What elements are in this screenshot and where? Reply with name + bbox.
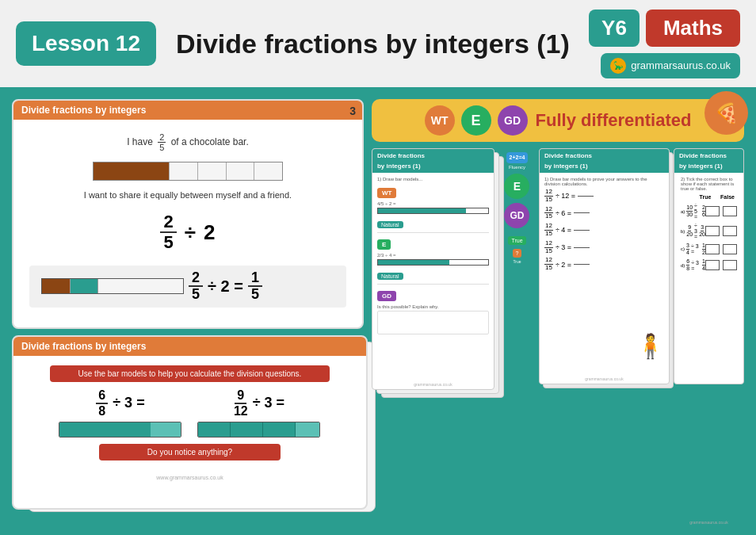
ws-left-body: 1) Draw bar models... WT 4/5 ÷ 2 = Natur… bbox=[372, 173, 494, 340]
ex2-den: 12 bbox=[234, 404, 248, 418]
header-right: Y6 Maths 🦕 grammarsaurus.co.uk bbox=[589, 10, 740, 78]
bar-e4 bbox=[254, 162, 282, 180]
side-badges: 2+2=4 Fluency E GD True bbox=[499, 148, 535, 527]
ws-badge-gd: GD bbox=[377, 291, 396, 301]
ws-left-header2: by integers (1) bbox=[372, 162, 494, 173]
badge-fluency: 2+2=4 Fluency bbox=[499, 152, 535, 170]
student-figure: 🧍 bbox=[636, 332, 665, 360]
ws-eq3: 12 15 ÷ 4 = bbox=[544, 223, 664, 238]
ws-tf-header: Divide fractions bbox=[674, 149, 743, 162]
bar-filled bbox=[94, 162, 169, 180]
tf-row-2: b) 9 20 ÷ 3 = 3 20 bbox=[681, 223, 737, 239]
choc-text: I have 25 of a chocolate bar. bbox=[127, 132, 249, 152]
instruction-box: Use the bar models to help you calculate… bbox=[50, 365, 330, 382]
badge-e-side: E bbox=[499, 174, 535, 199]
frac1-num: 2 bbox=[158, 132, 166, 143]
bar-e2 bbox=[197, 162, 226, 180]
website-badge: 🦕 grammarsaurus.co.uk bbox=[601, 53, 740, 78]
ws-tf-instruction: 2) Tick the correct box to show if each … bbox=[681, 177, 737, 191]
slide-footer: www.grammarsaurus.co.uk bbox=[13, 473, 366, 482]
ws-badge-wt: WT bbox=[377, 188, 396, 198]
exercise-1: 6 8 ÷ 3 = bbox=[59, 388, 181, 438]
bar-model-top bbox=[93, 162, 283, 181]
ex1-div: ÷ 3 = bbox=[113, 395, 144, 411]
fully-diff-text: Fully differentiated bbox=[536, 110, 692, 131]
ws-eq1: 12 15 ÷ 12 = bbox=[544, 189, 664, 204]
ws-eq5: 12 15 ÷ 2 = bbox=[544, 257, 664, 272]
slide-top-number: 3 bbox=[349, 105, 356, 117]
bar-exercises: 6 8 ÷ 3 = bbox=[25, 388, 354, 438]
badge-wt: WT bbox=[425, 105, 455, 136]
bar-e3 bbox=[226, 162, 254, 180]
tf-ws-wrapper: Divide fractions by integers (1) 2) Tick… bbox=[674, 148, 744, 527]
exercise-2: 9 12 ÷ 3 = bbox=[197, 388, 320, 438]
year-maths-row: Y6 Maths bbox=[589, 10, 740, 47]
bar-e1 bbox=[169, 162, 197, 180]
badge-true: True bbox=[499, 236, 535, 245]
badge-gd-side: GD bbox=[499, 203, 535, 228]
main-content: Divide fractions by integers 3 I have 25… bbox=[0, 87, 756, 535]
slide-bottom: Divide fractions by integers Use the bar… bbox=[12, 335, 368, 510]
middle-ws: Divide fractions by integers (1) 1) Draw… bbox=[539, 148, 670, 527]
badge-gd: GD bbox=[498, 105, 528, 136]
ws-middle-main: Divide fractions by integers (1) 1) Draw… bbox=[539, 148, 670, 384]
eq-frac: 2 5 bbox=[160, 212, 176, 252]
right-panel: WT E GD Fully differentiated 🍕 Divide fr… bbox=[372, 99, 744, 527]
ex1-den: 8 bbox=[98, 404, 105, 418]
worksheets-row: Divide fractions by integers (1) 1) Draw… bbox=[372, 148, 744, 527]
tf-header-row: True False bbox=[681, 194, 737, 200]
ws-middle-footer: grammarsaurus.co.uk bbox=[540, 376, 669, 381]
fully-differentiated-banner: WT E GD Fully differentiated 🍕 bbox=[372, 99, 744, 142]
page-title: Divide fractions by integers (1) bbox=[176, 29, 589, 59]
ex2-div: ÷ 3 = bbox=[253, 395, 284, 411]
ws-true-false: Divide fractions by integers (1) 2) Tick… bbox=[674, 148, 744, 384]
slide-bottom-header: Divide fractions by integers bbox=[13, 337, 366, 356]
ws-badge-e: E bbox=[377, 239, 391, 250]
tf-row-4: d) 6 8 ÷ 3 = 1 4 bbox=[681, 258, 737, 271]
ex2-bar bbox=[197, 422, 320, 438]
slide-top-header: Divide fractions by integers bbox=[13, 101, 362, 120]
ex1-num: 6 bbox=[96, 388, 108, 404]
badge-false-q: ? True bbox=[499, 249, 535, 264]
notice-box: Do you notice anything? bbox=[99, 444, 280, 460]
ws-left-stack: Divide fractions by integers (1) 1) Draw… bbox=[372, 148, 494, 527]
header: Lesson 12 Divide fractions by integers (… bbox=[0, 0, 756, 87]
slide-bottom-content: Use the bar models to help you calculate… bbox=[13, 356, 366, 473]
middle-section: 2+2=4 Fluency E GD True bbox=[499, 148, 744, 527]
lesson-badge: Lesson 12 bbox=[16, 21, 156, 66]
ws-tf-body: 2) Tick the correct box to show if each … bbox=[674, 173, 743, 279]
share-text: I want to share it equally between mysel… bbox=[84, 190, 292, 200]
ws-eq4: 12 15 ÷ 3 = bbox=[544, 240, 664, 255]
badge-row: WT E GD bbox=[425, 105, 528, 136]
ws-middle-body: 1) Draw bar models to prove your answers… bbox=[540, 173, 669, 278]
ex1-bar bbox=[59, 422, 181, 438]
pizza-decoration: 🍕 bbox=[704, 91, 748, 135]
ws-badge-natural2: Natural bbox=[377, 273, 403, 280]
grammar-icon: 🦕 bbox=[610, 58, 626, 74]
equation-display: 2 5 ÷ 2 bbox=[160, 212, 215, 252]
website-text: grammarsaurus.co.uk bbox=[631, 59, 731, 71]
tf-row-1: a) 10 30 ÷ 5 = 2 6 bbox=[681, 203, 737, 220]
ws-main-left: Divide fractions by integers (1) 1) Draw… bbox=[372, 148, 494, 390]
ws-left-header: Divide fractions bbox=[372, 149, 494, 162]
left-panel: Divide fractions by integers 3 I have 25… bbox=[12, 99, 364, 527]
frac1-den: 5 bbox=[159, 143, 164, 152]
slide-top: Divide fractions by integers 3 I have 25… bbox=[12, 99, 364, 329]
subject-badge: Maths bbox=[646, 10, 740, 47]
year-badge: Y6 bbox=[589, 10, 640, 47]
slide-top-content: I have 25 of a chocolate bar. I want to … bbox=[13, 120, 362, 317]
result-bar bbox=[41, 278, 184, 294]
ex2-num: 9 bbox=[235, 388, 246, 404]
ws-eq2: 12 15 ÷ 6 = bbox=[544, 206, 664, 221]
slide-bottom-wrapper: Divide fractions by integers Use the bar… bbox=[12, 335, 364, 518]
ws-badge-natural1: Natural bbox=[377, 221, 403, 228]
badge-e: E bbox=[461, 105, 491, 136]
ws-left-footer: grammarsaurus.co.uk bbox=[372, 382, 494, 387]
tf-row-3: c) 3 4 ÷ 3 = 1 2 bbox=[681, 243, 737, 255]
result-row: 2 5 ÷ 2 = 1 5 bbox=[29, 266, 346, 308]
